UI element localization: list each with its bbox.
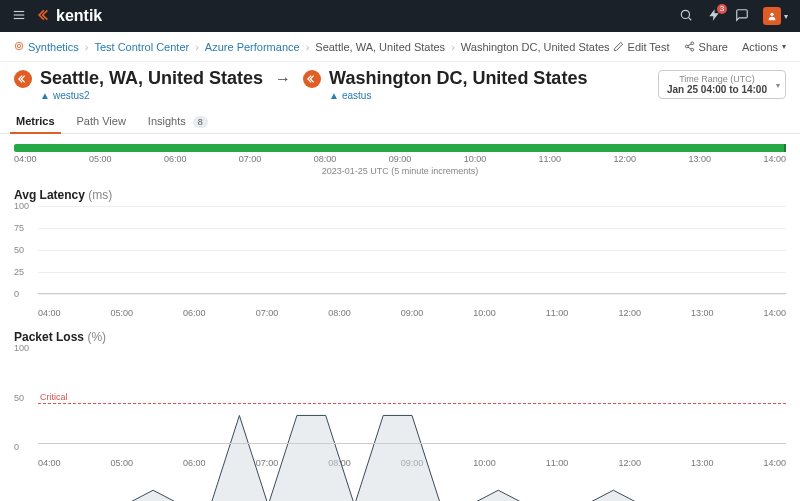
timeline-axis: 04:0005:0006:0007:0008:0009:0010:0011:00… <box>14 154 786 164</box>
breadcrumb: Synthetics › Test Control Center › Azure… <box>0 32 800 62</box>
azure-icon: ▲ <box>329 90 339 101</box>
menu-icon[interactable] <box>12 8 26 25</box>
crumb-dst: Washington DC, United States <box>461 41 610 53</box>
timerange-picker[interactable]: Time Range (UTC) Jan 25 04:00 to 14:00 ▾ <box>658 70 786 99</box>
chevron-down-icon: ▾ <box>784 12 788 21</box>
timeline-caption: 2023-01-25 UTC (5 minute increments) <box>14 166 786 176</box>
svg-point-8 <box>690 42 693 45</box>
avatar-icon <box>763 7 781 25</box>
packetloss-chart[interactable]: 050100 Critical <box>14 348 786 458</box>
dst-marker-icon <box>303 70 321 88</box>
synthetics-icon <box>14 41 24 53</box>
dst-subtitle: ▲eastus <box>329 90 587 101</box>
svg-point-3 <box>681 10 689 18</box>
crumb-src: Seattle, WA, United States <box>315 41 445 53</box>
messages-icon[interactable] <box>735 8 749 25</box>
user-menu[interactable]: ▾ <box>763 7 788 25</box>
src-title: Seattle, WA, United States <box>40 68 263 89</box>
health-timeline[interactable] <box>14 144 786 152</box>
svg-point-7 <box>17 44 20 47</box>
crumb-tcc[interactable]: Test Control Center <box>94 41 189 53</box>
arrow-right-icon: → <box>275 70 291 88</box>
azure-icon: ▲ <box>40 90 50 101</box>
actions-menu[interactable]: Actions ▾ <box>742 41 786 53</box>
svg-point-10 <box>690 48 693 51</box>
edit-test-button[interactable]: Edit Test <box>613 41 670 53</box>
search-icon[interactable] <box>679 8 693 25</box>
alerts-icon[interactable]: 3 <box>707 8 721 25</box>
svg-line-4 <box>688 17 691 20</box>
svg-point-6 <box>15 42 23 50</box>
insights-count-badge: 8 <box>193 116 208 128</box>
timerange-label: Time Range (UTC) <box>667 74 767 84</box>
crumb-azure[interactable]: Azure Performance <box>205 41 300 53</box>
brand-logo[interactable]: kentik <box>38 7 102 25</box>
brand-icon <box>38 8 52 25</box>
brand-text: kentik <box>56 7 102 25</box>
chevron-down-icon: ▾ <box>782 42 786 51</box>
src-marker-icon <box>14 70 32 88</box>
src-subtitle: ▲westus2 <box>40 90 263 101</box>
tab-metrics[interactable]: Metrics <box>14 109 57 133</box>
latency-chart[interactable]: 0255075100 <box>14 206 786 308</box>
svg-line-12 <box>687 47 690 49</box>
share-button[interactable]: Share <box>684 41 728 53</box>
svg-point-5 <box>770 13 773 16</box>
crumb-synthetics[interactable]: Synthetics <box>28 41 79 53</box>
dst-title: Washington DC, United States <box>329 68 587 89</box>
timerange-value: Jan 25 04:00 to 14:00 <box>667 84 767 95</box>
tab-pathview[interactable]: Path View <box>75 109 128 133</box>
chevron-down-icon: ▾ <box>776 80 780 89</box>
svg-line-11 <box>687 44 690 46</box>
alerts-badge: 3 <box>717 4 727 14</box>
tab-insights[interactable]: Insights 8 <box>146 109 210 133</box>
svg-point-9 <box>685 45 688 48</box>
latency-chart-title: Avg Latency (ms) <box>14 188 786 202</box>
